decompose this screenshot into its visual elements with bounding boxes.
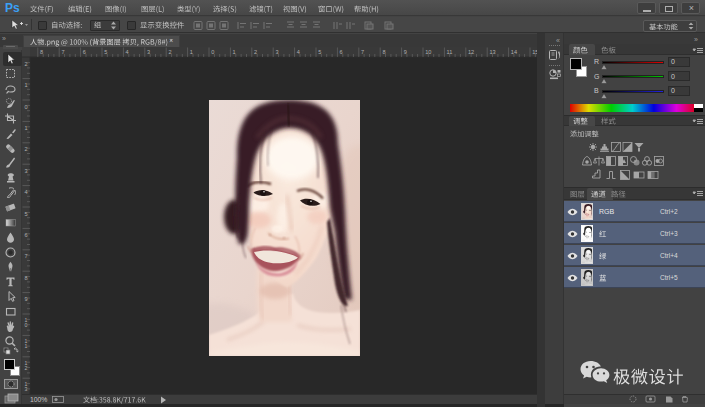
svg-text:6: 6 (24, 232, 27, 238)
svg-text:3: 3 (275, 49, 278, 55)
svg-text:4: 4 (297, 49, 300, 55)
svg-text:1: 1 (190, 49, 193, 55)
svg-text:5: 5 (318, 49, 321, 55)
svg-text:2: 2 (24, 61, 27, 67)
svg-text:1: 1 (233, 49, 236, 55)
svg-text:1: 1 (24, 125, 27, 131)
svg-text:7: 7 (361, 49, 364, 55)
svg-text:11: 11 (447, 49, 453, 55)
svg-text:4: 4 (126, 49, 129, 55)
svg-text:12: 12 (468, 49, 474, 55)
svg-text:7: 7 (24, 253, 27, 259)
svg-text:5: 5 (24, 211, 27, 217)
svg-text:4: 4 (24, 189, 27, 195)
svg-text:6: 6 (340, 49, 343, 55)
svg-text:9: 9 (404, 49, 407, 55)
svg-text:7: 7 (61, 49, 64, 55)
svg-text:0: 0 (24, 104, 27, 110)
svg-text:14: 14 (511, 49, 517, 55)
svg-text:2: 2 (254, 49, 257, 55)
svg-text:2: 2 (24, 146, 27, 152)
svg-text:3: 3 (24, 168, 27, 174)
svg-text:8: 8 (24, 275, 27, 281)
svg-text:8: 8 (382, 49, 385, 55)
svg-text:9: 9 (24, 296, 27, 302)
svg-text:6: 6 (83, 49, 86, 55)
svg-text:0: 0 (211, 49, 214, 55)
svg-text:10: 10 (425, 49, 431, 55)
svg-text:1: 1 (24, 82, 27, 88)
svg-text:5: 5 (104, 49, 107, 55)
svg-text:3: 3 (147, 49, 150, 55)
svg-text:8: 8 (40, 49, 43, 55)
svg-text:2: 2 (168, 49, 171, 55)
svg-text:13: 13 (489, 49, 495, 55)
